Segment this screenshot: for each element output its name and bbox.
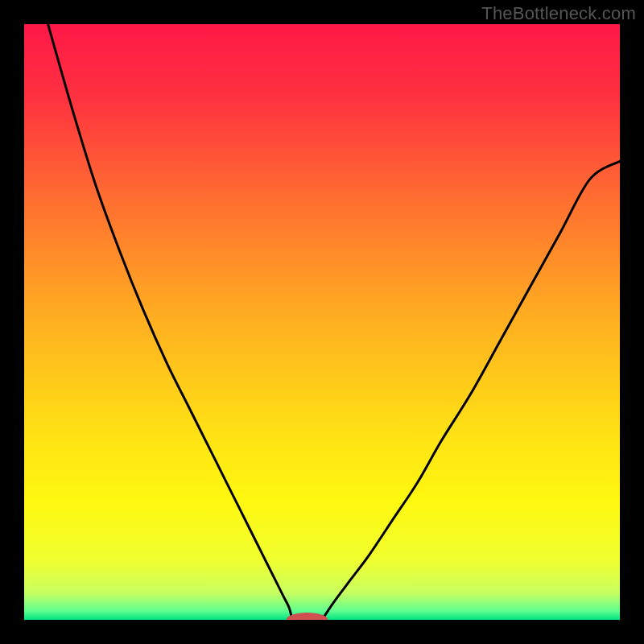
watermark-text: TheBottleneck.com: [481, 3, 636, 24]
plot-area: [24, 24, 620, 620]
gradient-background: [24, 24, 620, 620]
chart-container: TheBottleneck.com: [0, 0, 644, 644]
chart-svg: [24, 24, 620, 620]
